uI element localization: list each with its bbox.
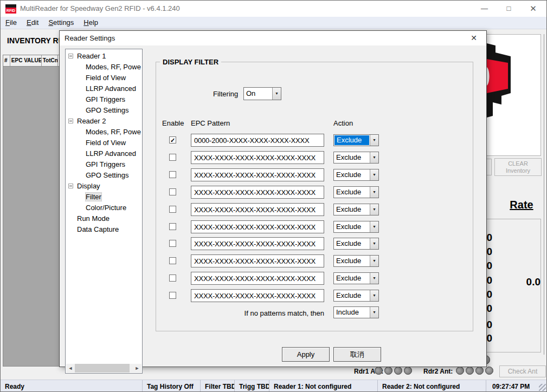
scroll-left-icon[interactable]: ◄ — [66, 364, 75, 373]
chevron-down-icon[interactable]: ▼ — [370, 135, 378, 146]
clear-inventory-button[interactable]: CLEAR Inventory — [494, 158, 542, 176]
resize-grip-icon[interactable] — [539, 384, 546, 391]
collapse-icon[interactable] — [68, 54, 73, 58]
tree-item-label[interactable]: GPI Triggers — [86, 160, 125, 168]
chevron-down-icon[interactable]: ▼ — [370, 152, 378, 163]
epc-pattern-input-row-7[interactable]: XXXX-XXXX-XXXX-XXXX-XXXX-XXXX — [191, 237, 324, 250]
tree-item-label[interactable]: LLRP Advanced — [86, 149, 136, 158]
action-combo-row-6[interactable]: Exclude▼ — [333, 221, 379, 233]
action-combo-row-5[interactable]: Exclude▼ — [333, 204, 379, 215]
apply-button[interactable]: Apply — [282, 347, 330, 362]
tree-item-modes-rf-powe[interactable]: Modes, RF, Powe — [66, 127, 142, 138]
action-combo-row-4[interactable]: Exclude▼ — [333, 186, 379, 198]
tree-item-label[interactable]: Reader 2 — [77, 117, 106, 125]
chevron-down-icon[interactable]: ▼ — [272, 88, 281, 100]
minimize-icon[interactable]: — — [472, 1, 497, 17]
check-ant-button[interactable]: Check Ant — [499, 365, 546, 377]
scrollbar-thumb[interactable] — [75, 364, 130, 373]
epc-pattern-input-row-3[interactable]: XXXX-XXXX-XXXX-XXXX-XXXX-XXXX — [191, 168, 324, 181]
tree-item-field-of-view[interactable]: Field of View — [66, 73, 142, 83]
enable-checkbox-row-4[interactable] — [169, 188, 176, 195]
tree-item-label[interactable]: Color/Picture — [86, 204, 126, 212]
tree-item-label[interactable]: Data Capture — [77, 225, 119, 233]
enable-checkbox-row-5[interactable] — [169, 206, 176, 213]
enable-checkbox-row-6[interactable] — [169, 223, 176, 230]
close-icon[interactable]: ✕ — [521, 1, 545, 17]
tree-item-label[interactable]: Field of View — [86, 139, 126, 147]
tree-item-label[interactable]: Modes, RF, Powe — [86, 128, 141, 136]
enable-checkbox-row-8[interactable] — [169, 257, 176, 264]
enable-checkbox-row-10[interactable] — [169, 292, 176, 299]
tree-item-llrp-advanced[interactable]: LLRP Advanced — [66, 83, 142, 94]
epc-pattern-input-row-9[interactable]: XXXX-XXXX-XXXX-XXXX-XXXX-XXXX — [191, 272, 324, 285]
tree-item-label[interactable]: Filter — [86, 193, 101, 201]
enable-checkbox-row-3[interactable] — [169, 171, 176, 178]
epc-pattern-input-row-10[interactable]: XXXX-XXXX-XXXX-XXXX-XXXX-XXXX — [191, 289, 324, 302]
action-combo-row-7[interactable]: Exclude▼ — [333, 238, 379, 250]
tree-item-data-capture[interactable]: Data Capture — [66, 224, 142, 235]
action-combo-row-3[interactable]: Exclude▼ — [333, 169, 379, 181]
tree-item-color-picture[interactable]: Color/Picture — [66, 202, 142, 213]
tree-item-modes-rf-powe[interactable]: Modes, RF, Powe — [66, 62, 142, 73]
tree-item-filter[interactable]: Filter — [66, 192, 142, 202]
tree-item-reader-1[interactable]: Reader 1 — [66, 51, 142, 62]
tree-item-field-of-view[interactable]: Field of View — [66, 138, 142, 148]
collapse-icon[interactable] — [68, 184, 73, 188]
tree-item-label[interactable]: Field of View — [86, 74, 126, 82]
chevron-down-icon[interactable]: ▼ — [370, 273, 378, 284]
dialog-close-icon[interactable]: ✕ — [468, 34, 480, 42]
tree-item-label[interactable]: Reader 1 — [77, 52, 106, 60]
menu-item-file[interactable]: File — [1, 17, 22, 29]
tree-item-label[interactable]: GPI Triggers — [86, 95, 125, 103]
chevron-down-icon[interactable]: ▼ — [370, 204, 378, 215]
menu-item-help[interactable]: Help — [79, 17, 103, 29]
epc-pattern-input-row-6[interactable]: XXXX-XXXX-XXXX-XXXX-XXXX-XXXX — [191, 220, 324, 233]
enable-checkbox-row-9[interactable] — [169, 275, 176, 282]
epc-pattern-input-row-5[interactable]: XXXX-XXXX-XXXX-XXXX-XXXX-XXXX — [191, 203, 324, 216]
action-combo-row-10[interactable]: Exclude▼ — [333, 290, 379, 302]
tree-item-reader-2[interactable]: Reader 2 — [66, 116, 142, 127]
chevron-down-icon[interactable]: ▼ — [370, 256, 378, 266]
tree-item-label[interactable]: GPO Settings — [86, 106, 128, 114]
inventory-table[interactable]: # EPC VALUE TotCnt R — [3, 55, 66, 367]
epc-pattern-input-row-4[interactable]: XXXX-XXXX-XXXX-XXXX-XXXX-XXXX — [191, 186, 324, 199]
tree-item-label[interactable]: Run Mode — [77, 214, 110, 223]
menu-item-settings[interactable]: Settings — [43, 17, 79, 29]
tree-item-gpo-settings[interactable]: GPO Settings — [66, 170, 142, 181]
enable-checkbox-row-1[interactable]: ✓ — [169, 136, 176, 143]
tree-item-display[interactable]: Display — [66, 181, 142, 192]
epc-pattern-input-row-8[interactable]: XXXX-XXXX-XXXX-XXXX-XXXX-XXXX — [191, 254, 324, 267]
no-match-combo[interactable]: Include ▼ — [333, 306, 379, 318]
enable-checkbox-row-2[interactable] — [169, 154, 176, 161]
scroll-right-icon[interactable]: ► — [133, 364, 141, 373]
tree-item-llrp-advanced[interactable]: LLRP Advanced — [66, 148, 142, 159]
tree-horizontal-scrollbar[interactable]: ◄ ► — [66, 364, 141, 373]
action-combo-row-2[interactable]: Exclude▼ — [333, 152, 379, 164]
epc-pattern-input-row-1[interactable]: 0000-2000-XXXX-XXXX-XXXX-XXXX — [191, 134, 324, 147]
chevron-down-icon[interactable]: ▼ — [370, 307, 378, 318]
action-combo-row-9[interactable]: Exclude▼ — [333, 272, 379, 284]
tree-item-gpi-triggers[interactable]: GPI Triggers — [66, 159, 142, 170]
chevron-down-icon[interactable]: ▼ — [370, 238, 378, 249]
maximize-icon[interactable]: □ — [497, 1, 521, 17]
cancel-button[interactable]: 取消 — [333, 347, 381, 362]
filtering-combo[interactable]: On ▼ — [243, 87, 281, 100]
chevron-down-icon[interactable]: ▼ — [370, 290, 378, 301]
tree-item-gpo-settings[interactable]: GPO Settings — [66, 105, 142, 116]
tree-item-run-mode[interactable]: Run Mode — [66, 213, 142, 224]
settings-tree[interactable]: Reader 1Modes, RF, PoweField of ViewLLRP… — [65, 49, 143, 374]
action-combo-row-8[interactable]: Exclude▼ — [333, 255, 379, 267]
tree-item-gpi-triggers[interactable]: GPI Triggers — [66, 94, 142, 105]
tree-item-label[interactable]: LLRP Advanced — [86, 84, 136, 93]
tree-item-label[interactable]: GPO Settings — [86, 171, 128, 179]
action-combo-row-1[interactable]: Exclude▼ — [333, 134, 379, 146]
chevron-down-icon[interactable]: ▼ — [370, 221, 378, 232]
collapse-icon[interactable] — [68, 119, 73, 123]
epc-pattern-input-row-2[interactable]: XXXX-XXXX-XXXX-XXXX-XXXX-XXXX — [191, 151, 324, 164]
enable-checkbox-row-7[interactable] — [169, 240, 176, 247]
tree-item-label[interactable]: Modes, RF, Powe — [86, 63, 141, 71]
chevron-down-icon[interactable]: ▼ — [370, 187, 378, 198]
menu-item-edit[interactable]: Edit — [22, 17, 43, 29]
chevron-down-icon[interactable]: ▼ — [370, 169, 378, 180]
tree-item-label[interactable]: Display — [77, 182, 100, 190]
